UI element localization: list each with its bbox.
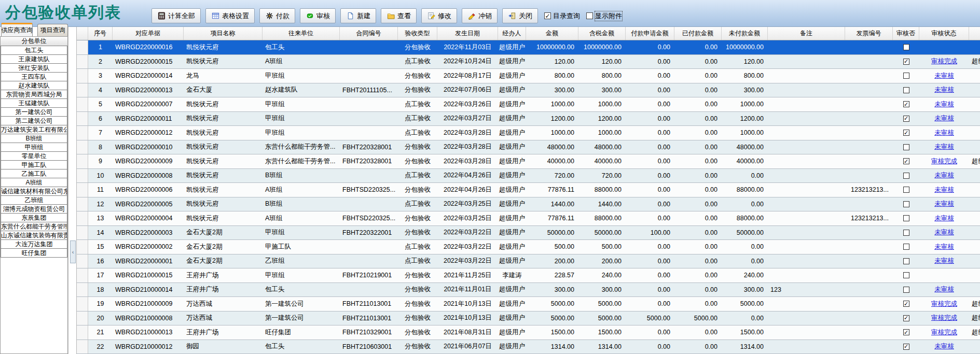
table-row[interactable]: 12WBRGD220000005凯悦状元府B班组点工验收2022年03月25日超… xyxy=(77,197,980,212)
supplier-list-item[interactable]: 甲班组 xyxy=(1,143,67,152)
audit-checkbox-checked-icon[interactable]: ✓ xyxy=(903,101,909,107)
audit-status-link[interactable]: 未审核 xyxy=(934,186,954,194)
table-row[interactable]: 21WBRGD210000013王府井广场旺仔集团FBHT210329001分包… xyxy=(77,325,980,340)
collapse-grip-icon[interactable]: ‹ xyxy=(70,240,76,263)
table-row[interactable]: 4WBRGD220000013金石大厦赵水建筑队FBHT20111105...分… xyxy=(77,83,980,98)
audit-checkbox-checked-icon[interactable]: ✓ xyxy=(903,329,909,335)
column-header-remark[interactable]: 备注 xyxy=(768,27,845,40)
toolbar-checkbox-catalog-query[interactable]: ✓目录查询 xyxy=(544,11,580,21)
table-row[interactable]: 20WBRGD210000008万达西城第一建筑公司FBHT211013001分… xyxy=(77,311,980,326)
toolbar-checkbox-show-attachments[interactable]: 显示附件 xyxy=(586,11,622,21)
table-row[interactable]: 22WBRGD210000012御园包工头FBHT210603001分包验收20… xyxy=(77,340,980,354)
tab-supplier-query[interactable]: 供应商查询 xyxy=(1,23,33,36)
audit-status-link[interactable]: 未审核 xyxy=(934,228,954,237)
column-header-approver[interactable]: 已 xyxy=(969,27,980,40)
table-row[interactable]: 7WBRGD220000012凯悦状元府甲班组点工验收2022年03月28日超级… xyxy=(77,126,980,140)
audit-checkbox-unchecked-icon[interactable] xyxy=(903,173,909,179)
table-row[interactable]: 15WBRGD220000002金石大厦2期甲施工队点工验收2022年03月22… xyxy=(77,240,980,254)
audit-checkbox-unchecked-icon[interactable] xyxy=(903,272,909,278)
supplier-list-item[interactable]: 赵水建筑队 xyxy=(1,81,67,90)
supplier-list-item[interactable]: 第二建筑公司 xyxy=(1,116,67,125)
audit-status-link[interactable]: 未审核 xyxy=(934,214,954,223)
checkbox-unchecked-icon[interactable] xyxy=(586,12,593,19)
column-header-party[interactable]: 往来单位 xyxy=(263,27,340,40)
supplier-list-item[interactable]: 甲施工队 xyxy=(1,160,67,169)
table-row[interactable]: 18WBRGD210000014王府井广场包工头分包验收2021年11月01日超… xyxy=(77,283,980,298)
table-row[interactable]: 9WBRGD220000009凯悦状元府东营什么都能干劳务管...FBHT220… xyxy=(77,154,980,169)
audit-checkbox-checked-icon[interactable]: ✓ xyxy=(903,315,909,321)
folder-view-button[interactable]: 查看 xyxy=(381,8,417,23)
audit-status-link[interactable]: 未审核 xyxy=(934,342,954,351)
column-header-unpaid[interactable]: 未付款金额 xyxy=(722,27,768,40)
tab-project-query[interactable]: 项目查询 xyxy=(37,24,68,36)
audit-checkbox-checked-icon[interactable]: ✓ xyxy=(903,344,909,350)
table-row[interactable]: 5WBRGD220000007凯悦状元府甲班组点工验收2022年03月26日超级… xyxy=(77,97,980,112)
supplier-list-item[interactable]: 张红安装队 xyxy=(1,63,67,73)
edit-button[interactable]: 修改 xyxy=(421,8,457,23)
audit-checkbox-unchecked-icon[interactable] xyxy=(903,187,909,193)
column-header-amount[interactable]: 金额 xyxy=(526,27,578,40)
table-row[interactable]: 6WBRGD220000011凯悦状元府甲班组点工验收2022年03月27日超级… xyxy=(77,112,980,126)
audit-status-link[interactable]: 未审核 xyxy=(934,243,954,251)
table-row[interactable]: 16WBRGD220000001金石大厦2期乙班组点工验收2022年03月22日… xyxy=(77,254,980,269)
audit-status-link[interactable]: 审核完成 xyxy=(931,328,957,337)
supplier-list-item[interactable]: 第一建筑公司 xyxy=(1,107,67,117)
column-header-invoice[interactable]: 发票编号 xyxy=(845,27,893,40)
supplier-list-item[interactable]: 东营什么都能干劳务管理有 xyxy=(1,222,67,231)
supplier-list-item[interactable]: 诚信建筑材料有限公司东营 xyxy=(1,187,67,196)
close-door-button[interactable]: 关闭 xyxy=(502,8,538,23)
audit-status-link[interactable]: 未审核 xyxy=(934,171,954,180)
supplier-list-item[interactable]: 王猛建筑队 xyxy=(1,98,67,108)
column-header-audited[interactable]: 审核否 xyxy=(893,27,919,40)
audit-status-link[interactable]: 审核完成 xyxy=(931,314,957,322)
audit-status-link[interactable]: 未审核 xyxy=(934,129,954,137)
audit-status-link[interactable]: 审核完成 xyxy=(931,57,957,66)
supplier-list-item[interactable]: 大连万达集团 xyxy=(1,239,67,249)
table-row[interactable]: 10WBRGD220000008凯悦状元府B班组点工验收2022年04月26日超… xyxy=(77,169,980,183)
column-header-type[interactable]: 验收类型 xyxy=(398,27,437,40)
column-header-pay_request[interactable]: 付款申请金额 xyxy=(626,27,674,40)
column-header-no[interactable]: 序号 xyxy=(88,27,113,40)
audit-checkbox-unchecked-icon[interactable] xyxy=(903,230,909,236)
audit-checkbox-unchecked-icon[interactable] xyxy=(903,44,909,50)
writeoff-button[interactable]: 冲销 xyxy=(462,8,498,23)
table-row[interactable]: 14WBRGD220000003金石大厦2期甲班组FBHT220322001分包… xyxy=(77,226,980,240)
audit-status-link[interactable]: 审核完成 xyxy=(931,157,957,166)
audit-status-link[interactable]: 未审核 xyxy=(934,200,954,208)
supplier-list-item[interactable]: 乙施工队 xyxy=(1,169,67,178)
audit-checkbox-unchecked-icon[interactable] xyxy=(903,287,909,293)
audit-button[interactable]: 审核 xyxy=(300,8,336,23)
audit-checkbox-unchecked-icon[interactable] xyxy=(903,201,909,207)
supplier-list-item[interactable]: B班组 xyxy=(1,134,67,143)
table-row[interactable]: 13WBRGD220000004凯悦状元府A班组FBHTSD220325...分… xyxy=(77,211,980,226)
supplier-list-item[interactable]: 乙班组 xyxy=(1,195,67,205)
audit-checkbox-checked-icon[interactable]: ✓ xyxy=(903,59,909,65)
supplier-list-item[interactable]: 万达建筑安装工程有限公司 xyxy=(1,125,67,134)
table-row[interactable]: 1WBRGD220000016凯悦状元府包工头分包验收2022年11月03日超级… xyxy=(77,40,980,55)
column-header-date[interactable]: 发生日期 xyxy=(437,27,498,40)
audit-checkbox-checked-icon[interactable]: ✓ xyxy=(903,301,909,307)
audit-checkbox-unchecked-icon[interactable] xyxy=(903,73,909,79)
audit-checkbox-checked-icon[interactable]: ✓ xyxy=(903,158,909,164)
supplier-list-item[interactable]: 东辰集团 xyxy=(1,213,67,222)
table-row[interactable]: 3WBRGD220000014龙马甲班组分包验收2022年08月17日超级用户8… xyxy=(77,69,980,83)
supplier-list-item[interactable]: 山东诚信建筑装饰有限责任 xyxy=(1,231,67,240)
sidebar-splitter[interactable]: ‹ xyxy=(68,27,77,354)
supplier-list-item[interactable]: A班组 xyxy=(1,178,67,187)
supplier-list-item[interactable]: 零星单位 xyxy=(1,151,67,161)
column-header-paid[interactable]: 已付款金额 xyxy=(674,27,722,40)
audit-status-link[interactable]: 未审核 xyxy=(934,285,954,294)
table-row[interactable]: 2WBRGD220000015凯悦状元府A班组点工验收2022年10月24日超级… xyxy=(77,55,980,69)
supplier-list-item[interactable]: 王四车队 xyxy=(1,72,67,81)
audit-status-link[interactable]: 审核完成 xyxy=(931,300,957,308)
audit-status-link[interactable]: 未审核 xyxy=(934,86,954,94)
column-header-doc[interactable]: 对应单据 xyxy=(113,27,184,40)
audit-checkbox-unchecked-icon[interactable] xyxy=(903,87,909,93)
table-row[interactable]: 8WBRGD220000010凯悦状元府东营什么都能干劳务管...FBHT220… xyxy=(77,140,980,155)
audit-status-link[interactable]: 未审核 xyxy=(934,72,954,80)
audit-status-link[interactable]: 未审核 xyxy=(934,143,954,151)
supplier-list-item[interactable]: 东营物资局西城分局 xyxy=(1,90,67,99)
supplier-list-item[interactable]: 淄博元成物资租赁公司 xyxy=(1,204,67,214)
calculator-button[interactable]: 计算全部 xyxy=(151,8,201,23)
supplier-list-item[interactable]: 包工头 xyxy=(1,46,67,55)
